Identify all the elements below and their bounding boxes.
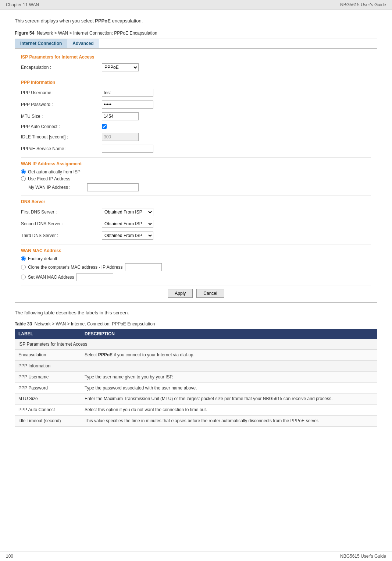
figure-label: Figure 54 xyxy=(15,31,34,36)
chapter-title: Chapter 11 WAN xyxy=(6,2,39,7)
tab-advanced[interactable]: Advanced xyxy=(67,39,99,48)
guide-title-header: NBG5615 User's Guide xyxy=(340,2,386,7)
table-row: MTU SizeEnter the Maximum Transmission U… xyxy=(15,394,377,405)
table-section-row: PPP Information xyxy=(15,361,377,372)
second-dns-select[interactable]: Obtained From ISP User-Defined None xyxy=(102,220,153,228)
table-caption-text: Network > WAN > Internet Connection: PPP… xyxy=(35,321,155,327)
mtu-input[interactable] xyxy=(102,112,139,120)
button-row: Apply Cancel xyxy=(21,286,371,298)
section-dns-title: DNS Server xyxy=(21,199,371,204)
idle-timeout-input[interactable] xyxy=(102,133,139,141)
clone-mac-ip-input[interactable] xyxy=(125,263,162,271)
idle-timeout-row: IDLE Timeout [second] : xyxy=(21,132,371,142)
table-label: Table 33 xyxy=(15,321,32,327)
radio-factory-default[interactable] xyxy=(21,256,26,261)
table-section-row: ISP Parameters for Internet Access xyxy=(15,339,377,350)
panel-body: ISP Parameters for Internet Access Encap… xyxy=(15,49,377,302)
ppp-username-label: PPP Username : xyxy=(21,90,102,95)
first-dns-label: First DNS Server : xyxy=(21,209,102,215)
ppp-password-label: PPP Password : xyxy=(21,102,102,107)
first-dns-select[interactable]: Obtained From ISP User-Defined None xyxy=(102,208,153,216)
third-dns-select[interactable]: Obtained From ISP User-Defined None xyxy=(102,232,153,240)
ppp-auto-connect-checkbox[interactable] xyxy=(102,124,107,129)
ppp-password-row: PPP Password : xyxy=(21,100,371,109)
mtu-label: MTU Size : xyxy=(21,114,102,119)
apply-button[interactable]: Apply xyxy=(168,289,193,298)
table-header-row: LABEL DESCRIPTION xyxy=(15,329,377,339)
intro-text-after: encapsulation. xyxy=(111,18,143,24)
section-wan-mac-title: WAN MAC Address xyxy=(21,248,371,253)
radio-auto-isp[interactable] xyxy=(21,169,26,174)
figure-caption: Figure 54 Network > WAN > Internet Conne… xyxy=(15,31,377,36)
set-wan-mac-input[interactable] xyxy=(76,273,113,281)
section-isp-params-title: ISP Parameters for Internet Access xyxy=(21,54,371,60)
divider-4 xyxy=(21,244,371,244)
radio-set-wan-mac-row: Set WAN MAC Address xyxy=(21,273,371,281)
radio-clone-mac-row: Clone the computer's MAC address - IP Ad… xyxy=(21,263,371,271)
table-cell-description: Type the password associated with the us… xyxy=(81,382,377,394)
cancel-button[interactable]: Cancel xyxy=(196,289,224,298)
footer-page-number: 100 xyxy=(6,554,13,559)
radio-set-wan-mac[interactable] xyxy=(21,275,26,279)
pppoe-service-name-row: PPPoE Service Name : xyxy=(21,144,371,154)
my-wan-ip-input[interactable] xyxy=(87,183,139,191)
radio-fixed-ip-row: Use Fixed IP Address xyxy=(21,176,371,181)
pppoe-bold: PPPoE xyxy=(95,18,111,24)
radio-factory-default-label: Factory default xyxy=(28,256,57,261)
tab-internet-connection[interactable]: Internet Connection xyxy=(15,39,67,48)
radio-clone-mac[interactable] xyxy=(21,265,26,269)
table-cell-label: PPP Auto Connect xyxy=(15,405,81,416)
table-cell-label: MTU Size xyxy=(15,394,81,405)
table-cell-description: Select PPPoE if you connect to your Inte… xyxy=(81,350,377,361)
table-caption: Table 33 Network > WAN > Internet Connec… xyxy=(15,321,377,327)
third-dns-row: Third DNS Server : Obtained From ISP Use… xyxy=(21,231,371,240)
table-row: PPP Auto ConnectSelect this option if yo… xyxy=(15,405,377,416)
pppoe-service-name-label: PPPoE Service Name : xyxy=(21,146,102,151)
second-dns-label: Second DNS Server : xyxy=(21,221,102,226)
page-header: Chapter 11 WAN NBG5615 User's Guide xyxy=(0,0,392,10)
following-text: The following table describes the labels… xyxy=(15,310,377,315)
mtu-size-row: MTU Size : xyxy=(21,112,371,121)
table-row: Idle Timeout (second)This value specifie… xyxy=(15,416,377,427)
my-wan-ip-row: My WAN IP Address : xyxy=(21,183,371,191)
table-cell-label: Encapsulation xyxy=(15,350,81,361)
table-cell-label: PPP Password xyxy=(15,382,81,394)
divider-1 xyxy=(21,76,371,76)
first-dns-row: First DNS Server : Obtained From ISP Use… xyxy=(21,207,371,217)
pppoe-service-name-input[interactable] xyxy=(102,145,153,153)
page-content: This screen displays when you select PPP… xyxy=(0,10,392,434)
my-wan-ip-label: My WAN IP Address : xyxy=(28,185,87,190)
idle-timeout-label: IDLE Timeout [second] : xyxy=(21,134,102,140)
radio-fixed-ip[interactable] xyxy=(21,176,26,181)
radio-set-wan-mac-label: Set WAN MAC Address xyxy=(28,275,74,280)
figure-caption-text: Network > WAN > Internet Connection: PPP… xyxy=(37,31,157,36)
intro-text-before: This screen displays when you select xyxy=(15,18,95,24)
radio-clone-mac-label: Clone the computer's MAC address - IP Ad… xyxy=(28,265,123,270)
radio-factory-default-row: Factory default xyxy=(21,256,371,261)
radio-auto-isp-row: Get automatically from ISP xyxy=(21,169,371,174)
ppp-username-row: PPP Username : xyxy=(21,88,371,98)
third-dns-label: Third DNS Server : xyxy=(21,233,102,238)
divider-3 xyxy=(21,195,371,195)
table-cell-description: Type the user name given to you by your … xyxy=(81,371,377,382)
table-cell-label: Idle Timeout (second) xyxy=(15,416,81,427)
ui-panel: Internet Connection Advanced ISP Paramet… xyxy=(15,39,377,303)
table-row: EncapsulationSelect PPPoE if you connect… xyxy=(15,350,377,361)
radio-fixed-ip-label: Use Fixed IP Address xyxy=(28,176,70,181)
footer-guide: NBG5615 User's Guide xyxy=(340,554,386,559)
col-header-label: LABEL xyxy=(15,329,81,339)
table-cell-description: This value specifies the time in minutes… xyxy=(81,416,377,427)
ppp-username-input[interactable] xyxy=(102,89,153,97)
ppp-auto-connect-row: PPP Auto Connect : xyxy=(21,123,371,130)
encapsulation-row: Encapsulation : PPPoE PPTP L2TP IPoE xyxy=(21,63,371,72)
encapsulation-select[interactable]: PPPoE PPTP L2TP IPoE xyxy=(102,63,139,71)
table-row: PPP UsernameType the user name given to … xyxy=(15,371,377,382)
section-wan-ip-title: WAN IP Address Assignment xyxy=(21,161,371,166)
intro-paragraph: This screen displays when you select PPP… xyxy=(15,17,377,25)
divider-2 xyxy=(21,157,371,158)
table-cell-description: Enter the Maximum Transmission Unit (MTU… xyxy=(81,394,377,405)
ppp-password-input[interactable] xyxy=(102,100,153,109)
table-row: PPP PasswordType the password associated… xyxy=(15,382,377,394)
page-footer: 100 NBG5615 User's Guide xyxy=(0,551,392,561)
radio-auto-isp-label: Get automatically from ISP xyxy=(28,169,81,174)
